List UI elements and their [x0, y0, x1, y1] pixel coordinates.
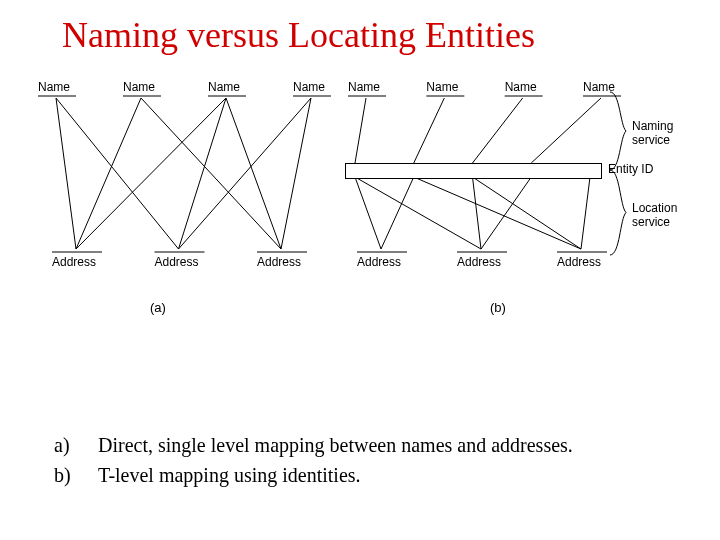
svg-line-30	[414, 177, 581, 249]
caption-row-a: a) Direct, single level mapping between …	[54, 430, 573, 460]
svg-line-10	[141, 98, 281, 249]
svg-line-34	[581, 177, 590, 249]
caption-text-a: Direct, single level mapping between nam…	[98, 430, 573, 460]
svg-line-29	[381, 177, 414, 249]
entity-id-bar	[345, 163, 602, 179]
name-label: Name	[505, 80, 537, 94]
svg-line-15	[281, 98, 311, 249]
name-label: Name	[426, 80, 458, 94]
svg-line-23	[355, 98, 366, 163]
figure-b-caption: (b)	[490, 300, 506, 315]
diagram-container: NameNameNameNameAddressAddressAddress Na…	[30, 80, 690, 340]
address-label: Address	[155, 255, 199, 269]
svg-line-28	[355, 177, 481, 249]
address-label: Address	[457, 255, 501, 269]
name-label: Name	[38, 80, 70, 94]
caption-text-b: T-level mapping using identities.	[98, 460, 361, 490]
entity-id-label: Entity ID	[608, 162, 653, 176]
svg-line-11	[76, 98, 226, 249]
svg-line-12	[179, 98, 227, 249]
address-label: Address	[557, 255, 601, 269]
naming-service-label: Namingservice	[632, 119, 673, 148]
svg-line-8	[56, 98, 179, 249]
name-label: Name	[293, 80, 325, 94]
name-label: Name	[123, 80, 155, 94]
svg-line-31	[473, 177, 482, 249]
diagram-b-svg	[340, 80, 700, 310]
diagram-a-svg	[30, 80, 350, 310]
caption-key-b: b)	[54, 460, 76, 490]
caption-row-b: b) T-level mapping using identities.	[54, 460, 573, 490]
svg-line-27	[355, 177, 381, 249]
name-label: Name	[208, 80, 240, 94]
location-service-label: Locationservice	[632, 201, 677, 230]
svg-line-25	[473, 98, 523, 163]
figure-a-caption: (a)	[150, 300, 166, 315]
page-title: Naming versus Locating Entities	[0, 0, 720, 56]
address-label: Address	[52, 255, 96, 269]
caption-key-a: a)	[54, 430, 76, 460]
svg-line-7	[56, 98, 76, 249]
svg-line-26	[531, 98, 601, 163]
svg-line-13	[226, 98, 281, 249]
caption-list: a) Direct, single level mapping between …	[54, 430, 573, 490]
svg-line-9	[76, 98, 141, 249]
address-label: Address	[357, 255, 401, 269]
name-label: Name	[348, 80, 380, 94]
name-label: Name	[583, 80, 615, 94]
svg-line-14	[179, 98, 312, 249]
svg-line-24	[414, 98, 445, 163]
address-label: Address	[257, 255, 301, 269]
